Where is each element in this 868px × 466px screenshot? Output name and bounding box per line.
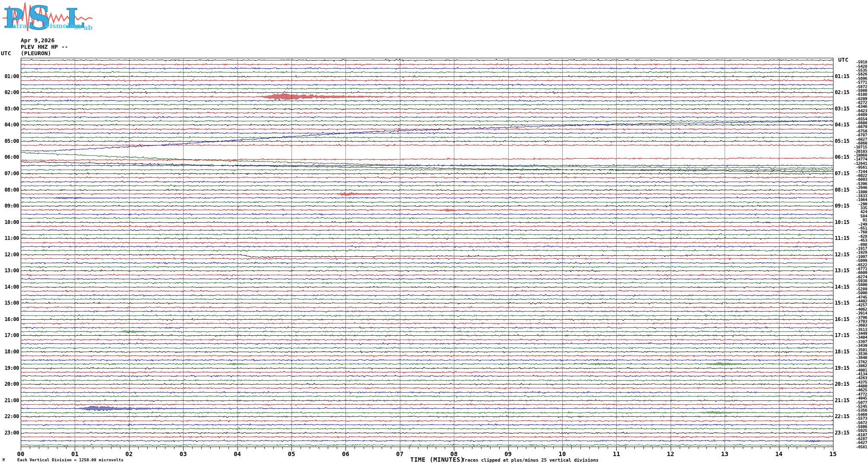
left-time-label: 05:00 [1,138,19,144]
header-station: PLEV HHZ HP -- [21,44,68,50]
x-tick-label: 04 [230,450,245,457]
left-time-label: 10:00 [1,219,19,225]
x-tick-label: 01 [67,450,82,457]
left-time-label: 03:00 [1,106,19,112]
left-time-label: 22:00 [1,413,19,419]
logo-text: eismology [46,22,83,30]
seismogram-plot [0,0,868,466]
header-date: Apr 9,2026 [21,37,68,44]
x-tick-label: 07 [393,450,407,457]
left-time-label: 14:00 [1,284,19,290]
psl-logo-graphic: PSLatraseismologyab [3,1,93,35]
left-time-label: 09:00 [1,203,19,209]
header-block: Apr 9,2026 PLEV HHZ HP -- (PLEURON) [21,37,68,57]
left-time-label: 01:00 [1,73,19,79]
left-time-label: 20:00 [1,381,19,387]
x-axis-title: TIME (MINUTES) [410,456,464,463]
x-tick-label: 09 [501,450,516,457]
x-tick-label: 03 [176,450,190,457]
left-utc-label: UTC [1,50,11,57]
left-time-label: 18:00 [1,349,19,355]
webicorder-screen: PSLatraseismologyab Apr 9,2026 PLEV HHZ … [0,0,868,466]
left-time-label: 06:00 [1,154,19,160]
header-location: (PLEURON) [21,50,68,57]
x-tick-label: 00 [13,450,28,457]
psl-logo: PSLatraseismologyab [3,1,93,35]
x-tick-label: 02 [122,450,136,457]
x-tick-label: 12 [663,450,678,457]
left-time-label: 08:00 [1,187,19,193]
left-time-label: 02:00 [1,89,19,95]
left-time-label: 23:00 [1,430,19,436]
x-tick-label: 10 [555,450,570,457]
trace-mean-value: -6581 [846,444,867,449]
logo-text: S [28,1,51,35]
x-tick-label: 05 [284,450,299,457]
left-time-label: 13:00 [1,268,19,274]
left-time-label: 12:00 [1,252,19,258]
left-time-label: 11:00 [1,235,19,241]
left-time-label: 15:00 [1,300,19,306]
vertical-scale-note: Each Vertical Division = 1250.00 microvo… [17,457,124,462]
clip-note: Traces clipped at plus/minus 25 vertical… [462,457,599,463]
x-tick-label: 15 [826,450,840,457]
corner-mark: M [3,458,5,462]
left-time-label: 04:00 [1,122,19,128]
left-time-label: 17:00 [1,332,19,338]
left-time-label: 07:00 [1,170,19,176]
logo-text: ab [84,24,92,31]
left-time-label: 21:00 [1,397,19,403]
x-tick-label: 06 [338,450,353,457]
x-tick-label: 14 [772,450,786,457]
x-tick-label: 13 [717,450,732,457]
left-time-label: 16:00 [1,316,19,322]
left-time-label: 19:00 [1,365,19,371]
logo-text: atras [12,22,31,30]
x-tick-label: 11 [609,450,624,457]
